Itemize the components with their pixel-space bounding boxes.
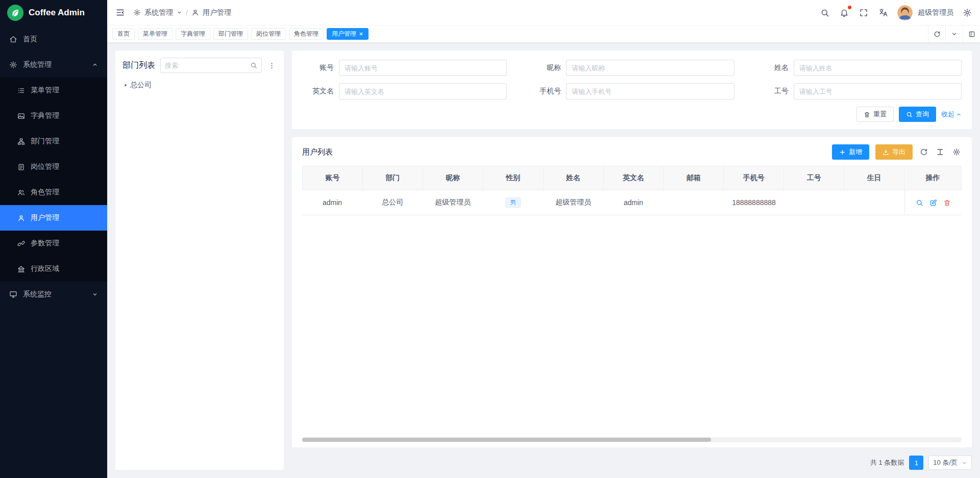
sidebar-item-param-management[interactable]: 参数管理	[0, 231, 107, 256]
gear-icon	[133, 9, 141, 16]
page-number-1[interactable]: 1	[909, 456, 923, 470]
export-button[interactable]: 导出	[875, 144, 913, 160]
add-user-button[interactable]: 新增	[832, 144, 869, 160]
refresh-table-button[interactable]	[919, 147, 929, 157]
tab-label: 部门管理	[218, 30, 243, 38]
form-field-phone: 手机号	[529, 83, 734, 99]
caret-right-icon[interactable]	[122, 82, 129, 88]
row-height-icon	[936, 148, 944, 156]
column-header[interactable]: 昵称	[423, 166, 483, 190]
phone-input[interactable]	[566, 83, 734, 99]
cell-name: 超级管理员	[543, 190, 603, 215]
trash-icon	[943, 199, 951, 207]
menu-fold-icon	[115, 8, 125, 17]
layout-icon	[968, 31, 975, 38]
tab-tools	[928, 26, 980, 42]
sidebar-item-role-management[interactable]: 角色管理	[0, 180, 107, 205]
sidebar-group-label: 系统管理	[23, 60, 52, 69]
cell-birthday	[844, 190, 904, 215]
sidebar-item-menu-management[interactable]: 菜单管理	[0, 78, 107, 103]
tab-post-management[interactable]: 岗位管理	[251, 28, 286, 40]
column-setting-button[interactable]	[951, 147, 962, 157]
sidebar-item-label: 字典管理	[31, 111, 59, 120]
language-switch-button[interactable]	[877, 7, 889, 18]
column-header[interactable]: 邮箱	[664, 166, 724, 190]
refresh-icon	[934, 31, 941, 38]
tab-dept-management[interactable]: 部门管理	[213, 28, 248, 40]
avatar[interactable]	[897, 5, 913, 20]
sidebar-item-dept-management[interactable]: 部门管理	[0, 129, 107, 154]
column-header[interactable]: 手机号	[724, 166, 784, 190]
view-button[interactable]	[915, 198, 924, 208]
sidebar-item-dict-management[interactable]: 字典管理	[0, 103, 107, 129]
search-icon[interactable]	[250, 62, 257, 69]
column-header[interactable]: 性别	[483, 166, 544, 190]
reset-button[interactable]: 重置	[856, 107, 894, 122]
tab-actions-dropdown-button[interactable]	[945, 26, 963, 42]
sidebar-group-monitor[interactable]: 系统监控	[0, 282, 107, 307]
refresh-tab-button[interactable]	[928, 26, 945, 42]
account-input[interactable]	[339, 60, 507, 76]
org-tree-icon	[17, 138, 25, 145]
cell-job-no	[784, 190, 844, 215]
tab-menu-management[interactable]: 菜单管理	[138, 28, 173, 40]
page-size-select[interactable]: 10 条/页	[928, 456, 972, 470]
search-actions: 重置 查询 收起	[302, 107, 962, 122]
column-header[interactable]: 工号	[784, 166, 844, 190]
breadcrumb-item-user[interactable]: 用户管理	[203, 8, 231, 17]
tab-home[interactable]: 首页	[112, 28, 135, 40]
settings-button[interactable]	[962, 7, 973, 18]
close-icon[interactable]	[359, 32, 363, 36]
cell-email	[664, 190, 724, 215]
column-header[interactable]: 生日	[844, 166, 904, 190]
horizontal-scrollbar[interactable]	[302, 437, 962, 442]
sidebar-submenu-system: 菜单管理 字典管理 部门管理 岗位管理 角色管理 用户管理	[0, 78, 107, 282]
bell-icon	[840, 8, 849, 17]
job-no-input[interactable]	[794, 83, 962, 99]
tab-role-management[interactable]: 角色管理	[289, 28, 324, 40]
en-name-input[interactable]	[339, 83, 507, 99]
column-header[interactable]: 账号	[302, 166, 363, 190]
topbar-actions: 超级管理员	[819, 5, 973, 20]
query-button[interactable]: 查询	[899, 107, 936, 122]
user-table: 账号 部门 昵称 性别 姓名 英文名 邮箱 手机号 工号 生日 操作 admin	[302, 166, 962, 443]
column-header[interactable]: 部门	[363, 166, 423, 190]
monitor-icon	[9, 290, 17, 298]
tree-item-head-office[interactable]: 总公司	[122, 79, 277, 91]
edit-button[interactable]	[928, 198, 938, 208]
notification-dot	[848, 6, 851, 9]
delete-button[interactable]	[942, 198, 952, 208]
nickname-input[interactable]	[566, 60, 734, 76]
username[interactable]: 超级管理员	[918, 8, 953, 17]
form-field-en-name: 英文名	[302, 83, 507, 99]
tab-dict-management[interactable]: 字典管理	[176, 28, 210, 40]
layout-setting-button[interactable]	[963, 26, 980, 42]
notifications-button[interactable]	[839, 7, 850, 18]
collapse-sidebar-button[interactable]	[114, 7, 126, 18]
global-search-button[interactable]	[819, 7, 830, 18]
sidebar-item-home[interactable]: 首页	[0, 27, 107, 52]
breadcrumb-item-system[interactable]: 系统管理	[144, 8, 173, 17]
sidebar-item-post-management[interactable]: 岗位管理	[0, 154, 107, 180]
collapse-form-button[interactable]: 收起	[941, 110, 962, 119]
main-area: 系统管理 / 用户管理 超级管理员	[107, 0, 980, 478]
sidebar-group-system[interactable]: 系统管理	[0, 52, 107, 78]
sidebar-item-region-management[interactable]: 行政区域	[0, 256, 107, 282]
row-height-button[interactable]	[935, 147, 945, 157]
department-search-input[interactable]	[165, 62, 247, 69]
list-icon	[17, 87, 25, 94]
name-input[interactable]	[794, 60, 962, 76]
fullscreen-button[interactable]	[858, 7, 869, 18]
translate-icon	[878, 8, 888, 17]
column-header[interactable]: 姓名	[544, 166, 604, 190]
column-header[interactable]: 英文名	[604, 166, 664, 190]
content: 部门列表 总公司	[107, 42, 980, 478]
scrollbar-thumb[interactable]	[302, 438, 711, 442]
tree-item-label: 总公司	[130, 81, 152, 90]
department-more-button[interactable]	[267, 61, 277, 70]
cell-en-name: admin	[603, 190, 664, 215]
sidebar-item-user-management[interactable]: 用户管理	[0, 205, 107, 231]
tab-label: 首页	[117, 30, 130, 38]
tab-user-management[interactable]: 用户管理	[327, 28, 369, 40]
fullscreen-icon	[859, 8, 868, 17]
